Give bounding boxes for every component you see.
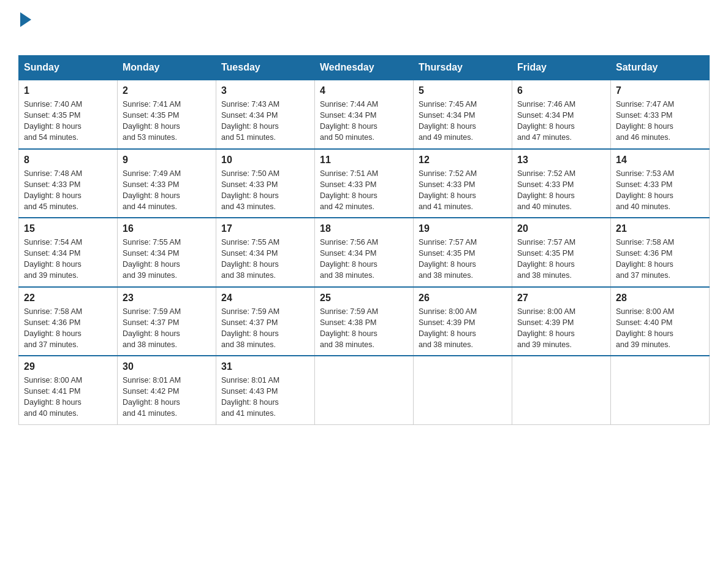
calendar-cell: 9 Sunrise: 7:49 AM Sunset: 4:33 PM Dayli… <box>118 149 216 218</box>
calendar-cell: 29 Sunrise: 8:00 AM Sunset: 4:41 PM Dayl… <box>19 356 118 424</box>
calendar-cell: 27 Sunrise: 8:00 AM Sunset: 4:39 PM Dayl… <box>512 287 611 356</box>
day-number: 6 <box>517 85 605 96</box>
day-info: Sunrise: 8:00 AM Sunset: 4:40 PM Dayligh… <box>616 306 704 351</box>
day-number: 5 <box>419 85 507 96</box>
calendar-cell: 12 Sunrise: 7:52 AM Sunset: 4:33 PM Dayl… <box>414 149 512 218</box>
calendar-cell: 15 Sunrise: 7:54 AM Sunset: 4:34 PM Dayl… <box>19 218 118 287</box>
day-number: 7 <box>616 85 704 96</box>
day-number: 11 <box>320 155 408 166</box>
day-info: Sunrise: 7:40 AM Sunset: 4:35 PM Dayligh… <box>24 99 112 144</box>
week-row-5: 29 Sunrise: 8:00 AM Sunset: 4:41 PM Dayl… <box>19 356 710 424</box>
day-number: 25 <box>320 293 408 304</box>
day-info: Sunrise: 7:59 AM Sunset: 4:38 PM Dayligh… <box>320 306 408 351</box>
week-row-4: 22 Sunrise: 7:58 AM Sunset: 4:36 PM Dayl… <box>19 287 710 356</box>
logo-arrow-icon <box>20 12 31 27</box>
calendar-cell <box>315 356 414 424</box>
day-info: Sunrise: 7:43 AM Sunset: 4:34 PM Dayligh… <box>221 99 309 144</box>
week-row-3: 15 Sunrise: 7:54 AM Sunset: 4:34 PM Dayl… <box>19 218 710 287</box>
calendar-table: SundayMondayTuesdayWednesdayThursdayFrid… <box>18 55 710 425</box>
calendar-header-row: SundayMondayTuesdayWednesdayThursdayFrid… <box>19 56 710 80</box>
calendar-cell <box>512 356 611 424</box>
day-info: Sunrise: 7:58 AM Sunset: 4:36 PM Dayligh… <box>616 237 704 282</box>
day-info: Sunrise: 7:57 AM Sunset: 4:35 PM Dayligh… <box>419 237 507 282</box>
day-info: Sunrise: 7:57 AM Sunset: 4:35 PM Dayligh… <box>517 237 605 282</box>
day-number: 13 <box>517 155 605 166</box>
day-number: 20 <box>517 223 605 234</box>
day-info: Sunrise: 7:51 AM Sunset: 4:33 PM Dayligh… <box>320 168 408 213</box>
calendar-cell: 22 Sunrise: 7:58 AM Sunset: 4:36 PM Dayl… <box>19 287 118 356</box>
calendar-cell: 19 Sunrise: 7:57 AM Sunset: 4:35 PM Dayl… <box>414 218 512 287</box>
day-info: Sunrise: 8:01 AM Sunset: 4:43 PM Dayligh… <box>221 375 309 419</box>
day-number: 18 <box>320 223 408 234</box>
calendar-cell <box>414 356 512 424</box>
day-number: 21 <box>616 223 704 234</box>
header-wednesday: Wednesday <box>315 56 414 80</box>
day-number: 29 <box>24 361 112 372</box>
day-number: 22 <box>24 293 112 304</box>
day-info: Sunrise: 7:59 AM Sunset: 4:37 PM Dayligh… <box>221 306 309 351</box>
calendar-cell: 3 Sunrise: 7:43 AM Sunset: 4:34 PM Dayli… <box>216 80 315 149</box>
calendar-cell: 2 Sunrise: 7:41 AM Sunset: 4:35 PM Dayli… <box>118 80 216 149</box>
calendar-cell: 5 Sunrise: 7:45 AM Sunset: 4:34 PM Dayli… <box>414 80 512 149</box>
day-info: Sunrise: 7:53 AM Sunset: 4:33 PM Dayligh… <box>616 168 704 213</box>
calendar-cell: 6 Sunrise: 7:46 AM Sunset: 4:34 PM Dayli… <box>512 80 611 149</box>
day-number: 12 <box>419 155 507 166</box>
day-info: Sunrise: 7:49 AM Sunset: 4:33 PM Dayligh… <box>123 168 211 213</box>
day-info: Sunrise: 7:41 AM Sunset: 4:35 PM Dayligh… <box>123 99 211 144</box>
header-monday: Monday <box>118 56 216 80</box>
day-info: Sunrise: 7:52 AM Sunset: 4:33 PM Dayligh… <box>419 168 507 213</box>
calendar-cell: 21 Sunrise: 7:58 AM Sunset: 4:36 PM Dayl… <box>611 218 710 287</box>
day-number: 15 <box>24 223 112 234</box>
day-number: 1 <box>24 85 112 96</box>
day-info: Sunrise: 7:56 AM Sunset: 4:34 PM Dayligh… <box>320 237 408 282</box>
calendar-cell: 13 Sunrise: 7:52 AM Sunset: 4:33 PM Dayl… <box>512 149 611 218</box>
day-info: Sunrise: 7:58 AM Sunset: 4:36 PM Dayligh… <box>24 306 112 351</box>
day-number: 23 <box>123 293 211 304</box>
day-number: 30 <box>123 361 211 372</box>
day-number: 9 <box>123 155 211 166</box>
day-info: Sunrise: 7:45 AM Sunset: 4:34 PM Dayligh… <box>419 99 507 144</box>
day-number: 8 <box>24 155 112 166</box>
calendar-cell: 8 Sunrise: 7:48 AM Sunset: 4:33 PM Dayli… <box>19 149 118 218</box>
day-number: 27 <box>517 293 605 304</box>
calendar-cell: 10 Sunrise: 7:50 AM Sunset: 4:33 PM Dayl… <box>216 149 315 218</box>
header-friday: Friday <box>512 56 611 80</box>
day-info: Sunrise: 7:55 AM Sunset: 4:34 PM Dayligh… <box>221 237 309 282</box>
day-number: 24 <box>221 293 309 304</box>
day-number: 26 <box>419 293 507 304</box>
day-info: Sunrise: 7:46 AM Sunset: 4:34 PM Dayligh… <box>517 99 605 144</box>
header-thursday: Thursday <box>414 56 512 80</box>
calendar-cell: 18 Sunrise: 7:56 AM Sunset: 4:34 PM Dayl… <box>315 218 414 287</box>
day-number: 28 <box>616 293 704 304</box>
calendar-cell: 17 Sunrise: 7:55 AM Sunset: 4:34 PM Dayl… <box>216 218 315 287</box>
day-number: 10 <box>221 155 309 166</box>
page-header <box>18 12 710 43</box>
day-info: Sunrise: 7:44 AM Sunset: 4:34 PM Dayligh… <box>320 99 408 144</box>
calendar-cell: 1 Sunrise: 7:40 AM Sunset: 4:35 PM Dayli… <box>19 80 118 149</box>
day-info: Sunrise: 7:54 AM Sunset: 4:34 PM Dayligh… <box>24 237 112 282</box>
calendar-cell: 16 Sunrise: 7:55 AM Sunset: 4:34 PM Dayl… <box>118 218 216 287</box>
day-info: Sunrise: 7:47 AM Sunset: 4:33 PM Dayligh… <box>616 99 704 144</box>
calendar-cell: 23 Sunrise: 7:59 AM Sunset: 4:37 PM Dayl… <box>118 287 216 356</box>
day-info: Sunrise: 7:52 AM Sunset: 4:33 PM Dayligh… <box>517 168 605 213</box>
calendar-cell: 26 Sunrise: 8:00 AM Sunset: 4:39 PM Dayl… <box>414 287 512 356</box>
day-number: 17 <box>221 223 309 234</box>
day-number: 14 <box>616 155 704 166</box>
day-number: 16 <box>123 223 211 234</box>
logo <box>18 12 33 43</box>
header-saturday: Saturday <box>611 56 710 80</box>
day-number: 19 <box>419 223 507 234</box>
calendar-cell <box>611 356 710 424</box>
header-sunday: Sunday <box>19 56 118 80</box>
calendar-cell: 11 Sunrise: 7:51 AM Sunset: 4:33 PM Dayl… <box>315 149 414 218</box>
calendar-cell: 4 Sunrise: 7:44 AM Sunset: 4:34 PM Dayli… <box>315 80 414 149</box>
calendar-cell: 20 Sunrise: 7:57 AM Sunset: 4:35 PM Dayl… <box>512 218 611 287</box>
calendar-cell: 14 Sunrise: 7:53 AM Sunset: 4:33 PM Dayl… <box>611 149 710 218</box>
day-number: 3 <box>221 85 309 96</box>
day-info: Sunrise: 7:59 AM Sunset: 4:37 PM Dayligh… <box>123 306 211 351</box>
day-number: 31 <box>221 361 309 372</box>
header-tuesday: Tuesday <box>216 56 315 80</box>
day-number: 4 <box>320 85 408 96</box>
day-info: Sunrise: 8:00 AM Sunset: 4:39 PM Dayligh… <box>517 306 605 351</box>
calendar-cell: 28 Sunrise: 8:00 AM Sunset: 4:40 PM Dayl… <box>611 287 710 356</box>
